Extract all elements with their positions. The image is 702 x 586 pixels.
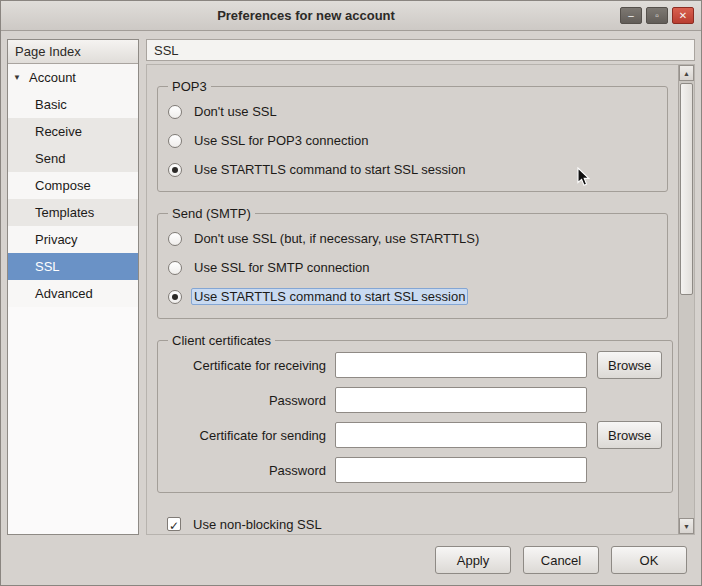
sidebar-item-send[interactable]: Send xyxy=(8,145,138,172)
close-icon[interactable]: ✕ xyxy=(672,7,694,24)
password-sending-row: Password xyxy=(168,457,662,483)
page-index-panel: Page Index ▼ Account Basic Receive Send … xyxy=(7,39,139,535)
scroll-down-icon[interactable]: ▼ xyxy=(679,518,694,534)
expander-open-icon[interactable]: ▼ xyxy=(11,73,23,82)
radio-smtp-starttls[interactable]: Use STARTTLS command to start SSL sessio… xyxy=(168,282,657,311)
vertical-scrollbar[interactable]: ▲ ▼ xyxy=(678,65,694,534)
pop3-group-title: POP3 xyxy=(168,79,211,94)
certificate-sending-label: Certificate for sending xyxy=(168,428,326,443)
sidebar-item-label: Compose xyxy=(35,178,91,193)
sidebar-item-account[interactable]: ▼ Account xyxy=(8,64,138,91)
sidebar-item-label: Receive xyxy=(35,124,82,139)
sidebar-item-label: Basic xyxy=(35,97,67,112)
page-index-header[interactable]: Page Index xyxy=(8,40,138,64)
client-certificates-group: Client certificates Certificate for rece… xyxy=(157,333,673,493)
window-title: Preferences for new account xyxy=(1,1,611,31)
radio-checked-icon xyxy=(168,290,182,304)
titlebar[interactable]: Preferences for new account ‒ ▫ ✕ xyxy=(1,1,701,31)
browse-receiving-button[interactable]: Browse xyxy=(597,351,662,379)
radio-icon xyxy=(168,134,182,148)
page-title: SSL xyxy=(146,39,695,61)
sidebar-item-label: Privacy xyxy=(35,232,78,247)
ssl-settings-content: POP3 Don't use SSL Use SSL for POP3 conn… xyxy=(147,65,678,534)
sidebar-item-label: Send xyxy=(35,151,65,166)
certificate-sending-row: Certificate for sending Browse xyxy=(168,421,662,449)
radio-pop3-starttls[interactable]: Use STARTTLS command to start SSL sessio… xyxy=(168,155,657,184)
sidebar-item-label: SSL xyxy=(35,259,60,274)
sidebar-item-label: Advanced xyxy=(35,286,93,301)
browse-sending-button[interactable]: Browse xyxy=(597,421,662,449)
password-receiving-input[interactable] xyxy=(335,387,587,413)
radio-pop3-no-ssl[interactable]: Don't use SSL xyxy=(168,97,657,126)
client-certificates-title: Client certificates xyxy=(168,333,275,348)
smtp-group-title: Send (SMTP) xyxy=(168,206,255,221)
sidebar-item-privacy[interactable]: Privacy xyxy=(8,226,138,253)
password-sending-label: Password xyxy=(168,463,326,478)
cancel-button[interactable]: Cancel xyxy=(523,546,599,574)
radio-smtp-use-ssl[interactable]: Use SSL for SMTP connection xyxy=(168,253,657,282)
sidebar-item-label: Account xyxy=(29,70,76,85)
sidebar-item-advanced[interactable]: Advanced xyxy=(8,280,138,307)
scroll-area: POP3 Don't use SSL Use SSL for POP3 conn… xyxy=(146,64,695,535)
page-index-tree: ▼ Account Basic Receive Send Compose Tem… xyxy=(8,64,138,307)
minimize-icon[interactable]: ‒ xyxy=(620,7,642,24)
sidebar-item-compose[interactable]: Compose xyxy=(8,172,138,199)
main-panel: SSL POP3 Don't use SSL Use SSL for POP3 … xyxy=(146,39,695,535)
certificate-receiving-label: Certificate for receiving xyxy=(168,358,326,373)
checkbox-nonblocking-ssl[interactable]: Use non-blocking SSL xyxy=(167,511,678,534)
radio-icon xyxy=(168,232,182,246)
apply-button[interactable]: Apply xyxy=(435,546,511,574)
radio-icon xyxy=(168,105,182,119)
sidebar-item-templates[interactable]: Templates xyxy=(8,199,138,226)
ok-button[interactable]: OK xyxy=(611,546,687,574)
checkbox-checked-icon xyxy=(167,517,181,531)
certificate-sending-input[interactable] xyxy=(335,422,587,448)
smtp-group: Send (SMTP) Don't use SSL (but, if neces… xyxy=(157,206,668,319)
maximize-icon[interactable]: ▫ xyxy=(646,7,668,24)
radio-icon xyxy=(168,261,182,275)
preferences-window: Preferences for new account ‒ ▫ ✕ Page I… xyxy=(0,0,702,586)
window-controls: ‒ ▫ ✕ xyxy=(620,7,694,24)
sidebar-item-basic[interactable]: Basic xyxy=(8,91,138,118)
password-receiving-row: Password xyxy=(168,387,662,413)
certificate-receiving-row: Certificate for receiving Browse xyxy=(168,351,662,379)
password-sending-input[interactable] xyxy=(335,457,587,483)
dialog-footer: Apply Cancel OK xyxy=(1,535,701,585)
sidebar-item-receive[interactable]: Receive xyxy=(8,118,138,145)
scrollbar-thumb[interactable] xyxy=(680,83,693,295)
radio-pop3-use-ssl[interactable]: Use SSL for POP3 connection xyxy=(168,126,657,155)
pop3-group: POP3 Don't use SSL Use SSL for POP3 conn… xyxy=(157,79,668,192)
sidebar-item-ssl[interactable]: SSL xyxy=(8,253,138,280)
password-receiving-label: Password xyxy=(168,393,326,408)
radio-checked-icon xyxy=(168,163,182,177)
certificate-receiving-input[interactable] xyxy=(335,352,587,378)
sidebar-item-label: Templates xyxy=(35,205,94,220)
scroll-up-icon[interactable]: ▲ xyxy=(679,65,694,81)
radio-smtp-no-ssl[interactable]: Don't use SSL (but, if necessary, use ST… xyxy=(168,224,657,253)
